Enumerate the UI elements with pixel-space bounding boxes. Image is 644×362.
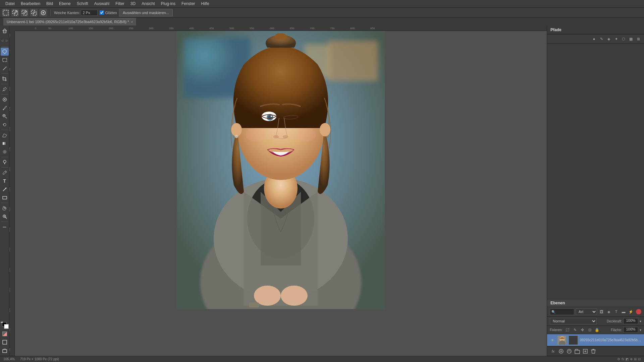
eyedropper-btn[interactable] bbox=[1, 85, 9, 93]
glatten-check[interactable] bbox=[100, 10, 104, 15]
home-btn[interactable] bbox=[1, 27, 9, 35]
layers-filter-type[interactable]: Art Name Effekt Modus bbox=[576, 308, 597, 315]
filter-shape-icon[interactable]: ▬ bbox=[621, 309, 627, 315]
blur-btn[interactable] bbox=[1, 148, 9, 156]
weiche-kanten-input[interactable] bbox=[81, 10, 98, 16]
layer-item[interactable]: 👁 09265c211e010a725e3ba4623a92b5b6 5b 6 bbox=[547, 334, 644, 346]
new-selection-btn[interactable] bbox=[2, 9, 9, 16]
quick-mask-mode-btn[interactable] bbox=[1, 330, 9, 338]
menu-schrift[interactable]: Schrift bbox=[74, 1, 91, 7]
pfade-icon-6[interactable]: ▦ bbox=[628, 36, 634, 42]
lock-position-btn[interactable]: ✜ bbox=[579, 327, 585, 333]
extra-tools-btn[interactable]: ••• bbox=[1, 223, 9, 231]
pen-btn[interactable] bbox=[1, 169, 9, 177]
status-icon-6[interactable]: ⊟ bbox=[638, 357, 641, 361]
flaeche-label: Fläche: bbox=[611, 328, 622, 332]
glatten-label: Glätten bbox=[105, 11, 117, 15]
lasso-tool-btn[interactable] bbox=[1, 48, 9, 56]
menu-plugins[interactable]: Plug-ins bbox=[158, 1, 178, 7]
rotate-view-btn[interactable] bbox=[1, 347, 9, 355]
menu-ebene[interactable]: Ebene bbox=[56, 1, 73, 7]
shape-btn[interactable] bbox=[1, 194, 9, 202]
pfade-icon-7[interactable]: ⊞ bbox=[635, 36, 641, 42]
auswaehlen-maskieren-button[interactable]: Auswählen und maskieren... bbox=[119, 9, 173, 16]
add-mask-btn[interactable] bbox=[558, 348, 565, 355]
add-selection-btn[interactable] bbox=[11, 9, 19, 16]
crop-btn[interactable] bbox=[1, 75, 9, 83]
magic-wand-btn[interactable] bbox=[1, 64, 9, 72]
redo-btn[interactable]: ▷ bbox=[5, 37, 9, 45]
menu-auswahl[interactable]: Auswahl bbox=[92, 1, 112, 7]
brush-btn[interactable] bbox=[1, 104, 9, 112]
pfade-icon-1[interactable]: ● bbox=[591, 36, 597, 42]
zoom-btn[interactable] bbox=[1, 213, 9, 221]
status-icon-4[interactable]: ⊕ bbox=[630, 357, 633, 361]
pfade-icon-3[interactable]: ◈ bbox=[606, 36, 612, 42]
swap-colors-icon[interactable]: ⇄ bbox=[1, 321, 3, 324]
intersect-selection-btn[interactable] bbox=[30, 9, 38, 16]
filter-toggle-btn[interactable] bbox=[636, 309, 641, 314]
menu-3d[interactable]: 3D bbox=[128, 1, 138, 7]
lock-all-btn[interactable]: 🔒 bbox=[594, 327, 600, 333]
menu-filter[interactable]: Filter bbox=[113, 1, 127, 7]
fill-dropdown-icon[interactable]: ▾ bbox=[640, 328, 641, 332]
blend-mode-select[interactable]: Normal bbox=[550, 318, 597, 324]
lock-pixels-btn[interactable]: ✎ bbox=[572, 327, 578, 333]
status-icon-3[interactable]: ◩ bbox=[626, 357, 629, 361]
layer-visibility-icon[interactable]: 👁 bbox=[550, 338, 555, 343]
undo-btn[interactable]: ◁ bbox=[0, 37, 4, 45]
eraser-btn[interactable] bbox=[1, 131, 9, 139]
type-btn[interactable]: T bbox=[1, 177, 9, 185]
tab-close-btn[interactable]: × bbox=[131, 20, 133, 24]
document-tab[interactable]: Unbenannt-1 bei 106% (09265c211e010a725e… bbox=[3, 18, 137, 26]
menu-hilfe[interactable]: Hilfe bbox=[199, 1, 212, 7]
canvas-inner[interactable] bbox=[15, 31, 547, 356]
menu-bearbeiten[interactable]: Bearbeiten bbox=[18, 1, 43, 7]
background-color[interactable] bbox=[4, 324, 9, 329]
menu-bild[interactable]: Bild bbox=[44, 1, 56, 7]
status-icon-1[interactable]: ⚙ bbox=[617, 357, 620, 361]
dodge-btn[interactable] bbox=[1, 158, 9, 166]
pfade-icon-2[interactable]: ✎ bbox=[598, 36, 604, 42]
menu-fenster[interactable]: Fenster bbox=[179, 1, 198, 7]
svg-text:500: 500 bbox=[229, 27, 234, 30]
glatten-checkbox[interactable]: Glätten bbox=[100, 10, 117, 15]
canvas-scroll[interactable]: -50 0 50 100 150 200 250 300 350 400 450… bbox=[9, 31, 547, 356]
opacity-value[interactable]: 100% bbox=[623, 318, 638, 324]
filter-smart-icon[interactable]: ⚡ bbox=[628, 309, 634, 315]
adjustment-layer-btn[interactable] bbox=[566, 348, 573, 355]
menu-datei[interactable]: Datei bbox=[3, 1, 17, 7]
menu-ansicht[interactable]: Ansicht bbox=[139, 1, 157, 7]
path-select-btn[interactable] bbox=[1, 185, 9, 193]
delete-layer-btn[interactable] bbox=[590, 348, 597, 355]
filter-img-icon[interactable]: 🖼 bbox=[598, 309, 604, 315]
pfade-icon-4[interactable]: ✦ bbox=[613, 36, 619, 42]
flaeche-value[interactable]: 100% bbox=[623, 327, 638, 333]
subtract-selection-btn[interactable] bbox=[21, 9, 28, 16]
pfade-header: Pfade bbox=[547, 25, 644, 35]
status-icon-5[interactable]: ⊞ bbox=[634, 357, 637, 361]
gradient-btn[interactable] bbox=[1, 139, 9, 147]
rect-select-btn[interactable] bbox=[1, 56, 9, 64]
fg-bg-colors[interactable]: ⇄ bbox=[1, 321, 9, 329]
filter-type-icon[interactable]: T bbox=[613, 309, 619, 315]
clone-btn[interactable] bbox=[1, 112, 9, 120]
svg-text:650: 650 bbox=[9, 308, 11, 312]
quick-mask-btn[interactable] bbox=[40, 9, 47, 16]
history-brush-btn[interactable] bbox=[1, 121, 9, 129]
spot-heal-btn[interactable] bbox=[1, 96, 9, 104]
svg-line-14 bbox=[3, 67, 6, 70]
ruler-corner bbox=[9, 25, 15, 31]
filter-adj-icon[interactable]: ◈ bbox=[606, 309, 612, 315]
layer-fx-btn[interactable]: fx bbox=[550, 348, 556, 355]
lock-artboard-btn[interactable]: ⊡ bbox=[587, 327, 593, 333]
pfade-icon-5[interactable]: ⬡ bbox=[621, 36, 627, 42]
hand-btn[interactable] bbox=[1, 204, 9, 212]
screen-mode-btn[interactable] bbox=[1, 338, 9, 346]
new-layer-btn[interactable] bbox=[582, 348, 589, 355]
svg-rect-73 bbox=[328, 41, 378, 81]
status-icon-2[interactable]: fx bbox=[622, 357, 624, 361]
new-group-btn[interactable] bbox=[574, 348, 581, 355]
lock-transparent-btn[interactable] bbox=[565, 327, 571, 333]
opacity-dropdown-icon[interactable]: ▾ bbox=[640, 319, 641, 323]
